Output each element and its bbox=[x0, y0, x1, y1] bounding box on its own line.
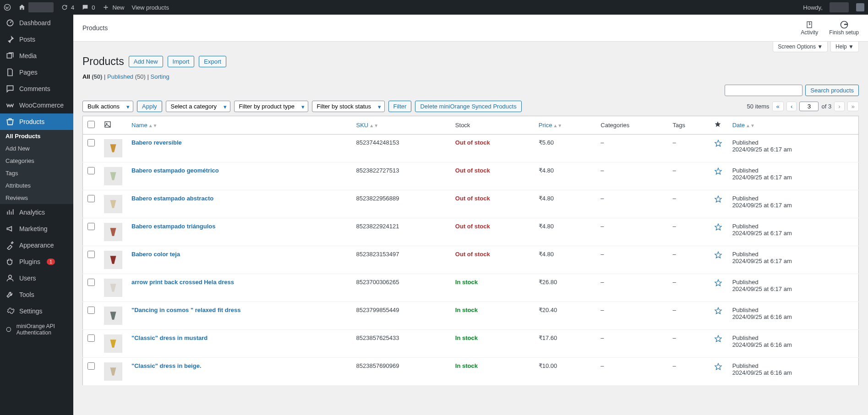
sidebar-item-media[interactable]: Media bbox=[0, 48, 73, 64]
product-name-link[interactable]: Babero reversible bbox=[131, 139, 182, 146]
row-checkbox[interactable] bbox=[87, 223, 95, 230]
row-checkbox[interactable] bbox=[87, 251, 95, 258]
product-thumbnail[interactable] bbox=[104, 223, 122, 241]
product-thumbnail[interactable] bbox=[104, 279, 122, 297]
row-checkbox[interactable] bbox=[87, 307, 95, 314]
product-name-link[interactable]: Babero color teja bbox=[131, 251, 180, 258]
featured-star-icon[interactable] bbox=[714, 251, 722, 259]
sidebar-item-marketing[interactable]: Marketing bbox=[0, 221, 73, 237]
search-input[interactable] bbox=[725, 85, 802, 96]
product-name-link[interactable]: "Dancing in cosmos " relaxed fit dress bbox=[131, 307, 240, 313]
export-button[interactable]: Export bbox=[199, 56, 226, 67]
product-name-link[interactable]: Babero estampado geométrico bbox=[131, 167, 219, 174]
product-name-link[interactable]: Babero estampado triángulos bbox=[131, 223, 215, 230]
cell-tags: – bbox=[668, 274, 710, 302]
category-select[interactable]: Select a category bbox=[166, 101, 230, 112]
product-thumbnail[interactable] bbox=[104, 334, 122, 353]
first-page-button[interactable]: « bbox=[772, 102, 784, 111]
product-type-select[interactable]: Filter by product type bbox=[234, 101, 308, 112]
filter-button[interactable]: Filter bbox=[388, 101, 412, 112]
filter-sorting[interactable]: Sorting bbox=[150, 73, 169, 80]
sidebar-item-analytics[interactable]: Analytics bbox=[0, 204, 73, 221]
sidebar-item-tools[interactable]: Tools bbox=[0, 286, 73, 303]
select-all-checkbox[interactable] bbox=[87, 121, 95, 128]
sidebar-item-pages[interactable]: Pages bbox=[0, 64, 73, 81]
howdy-link[interactable]: Howdy, bbox=[803, 2, 864, 12]
sidebar-item-plugins[interactable]: Plugins1 bbox=[0, 253, 73, 270]
updates-link[interactable]: 4 bbox=[61, 4, 74, 11]
product-thumbnail[interactable] bbox=[104, 167, 122, 185]
screen-options-tab[interactable]: Screen Options ▼ bbox=[773, 42, 828, 52]
sidebar-item-settings[interactable]: Settings bbox=[0, 303, 73, 319]
product-name-link[interactable]: "Classic" dress in mustard bbox=[131, 334, 207, 341]
sidebar-item-appearance[interactable]: Appearance bbox=[0, 237, 73, 253]
search-button[interactable]: Search products bbox=[805, 85, 859, 96]
main-content: Products Activity Finish setup Screen Op… bbox=[73, 15, 868, 415]
prev-page-button[interactable]: ‹ bbox=[786, 102, 797, 111]
table-row: "Classic" dress in mustard 8523857625433… bbox=[83, 330, 859, 358]
table-row: Babero color teja 8523823153497 Out of s… bbox=[83, 246, 859, 274]
sidebar-item-comments[interactable]: Comments bbox=[0, 81, 73, 97]
sidebar-item-miniorange[interactable]: miniOrange API Authentication bbox=[0, 319, 73, 340]
sidebar-item-woocommerce[interactable]: WooCommerce bbox=[0, 97, 73, 113]
import-button[interactable]: Import bbox=[168, 56, 195, 67]
featured-star-icon[interactable] bbox=[714, 195, 722, 203]
featured-star-icon[interactable] bbox=[714, 279, 722, 287]
delete-synced-button[interactable]: Delete miniOrange Synced Products bbox=[415, 101, 521, 112]
add-new-button[interactable]: Add New bbox=[129, 56, 163, 67]
row-checkbox[interactable] bbox=[87, 362, 95, 370]
product-name-link[interactable]: arrow print back crossed Hela dress bbox=[131, 279, 234, 286]
product-name-link[interactable]: Babero estampado abstracto bbox=[131, 195, 213, 202]
row-checkbox[interactable] bbox=[87, 139, 95, 146]
row-checkbox[interactable] bbox=[87, 334, 95, 342]
cell-tags: – bbox=[668, 358, 710, 386]
help-tab[interactable]: Help ▼ bbox=[830, 42, 859, 52]
featured-star-icon[interactable] bbox=[714, 139, 722, 147]
sidebar-sub-tags[interactable]: Tags bbox=[0, 167, 73, 179]
sort-price[interactable]: Price▲▼ bbox=[539, 122, 562, 129]
sidebar-sub-all-products[interactable]: All Products bbox=[0, 130, 73, 142]
row-checkbox[interactable] bbox=[87, 167, 95, 174]
sidebar-sub-categories[interactable]: Categories bbox=[0, 155, 73, 167]
featured-star-icon[interactable] bbox=[714, 167, 722, 175]
sidebar-item-posts[interactable]: Posts bbox=[0, 31, 73, 48]
sort-sku[interactable]: SKU▲▼ bbox=[356, 122, 379, 129]
sidebar-item-users[interactable]: Users bbox=[0, 270, 73, 286]
view-products-link[interactable]: View products bbox=[131, 4, 169, 11]
sidebar-item-products[interactable]: Products bbox=[0, 113, 73, 130]
filter-all[interactable]: All (50) bbox=[82, 73, 102, 80]
row-checkbox[interactable] bbox=[87, 195, 95, 202]
apply-button[interactable]: Apply bbox=[137, 101, 162, 112]
new-link[interactable]: New bbox=[102, 4, 124, 11]
site-home[interactable] bbox=[18, 2, 54, 12]
next-page-button[interactable]: › bbox=[834, 102, 844, 111]
comments-link[interactable]: 0 bbox=[82, 4, 95, 11]
finish-setup-button[interactable]: Finish setup bbox=[829, 20, 859, 36]
sidebar-sub-reviews[interactable]: Reviews bbox=[0, 192, 73, 204]
featured-star-icon[interactable] bbox=[714, 334, 722, 343]
product-thumbnail[interactable] bbox=[104, 195, 122, 213]
row-checkbox[interactable] bbox=[87, 279, 95, 286]
sort-date[interactable]: Date▲▼ bbox=[732, 122, 755, 129]
sort-icon: ▲▼ bbox=[148, 123, 158, 128]
featured-star-icon[interactable] bbox=[714, 362, 722, 371]
sidebar-sub-add-new[interactable]: Add New bbox=[0, 142, 73, 155]
sidebar-item-dashboard[interactable]: Dashboard bbox=[0, 15, 73, 31]
last-page-button[interactable]: » bbox=[847, 102, 859, 111]
refresh-icon bbox=[61, 4, 68, 11]
product-thumbnail[interactable] bbox=[104, 139, 122, 157]
wp-logo[interactable] bbox=[4, 4, 11, 11]
bulk-actions-select[interactable]: Bulk actions bbox=[82, 101, 133, 112]
sidebar-sub-attributes[interactable]: Attributes bbox=[0, 179, 73, 192]
sort-name[interactable]: Name▲▼ bbox=[131, 122, 157, 129]
product-thumbnail[interactable] bbox=[104, 307, 122, 325]
stock-status-select[interactable]: Filter by stock status bbox=[312, 101, 385, 112]
current-page-input[interactable] bbox=[799, 102, 819, 111]
activity-button[interactable]: Activity bbox=[801, 20, 818, 36]
featured-star-icon[interactable] bbox=[714, 307, 722, 315]
featured-star-icon[interactable] bbox=[714, 223, 722, 231]
product-name-link[interactable]: "Classic" dress in beige. bbox=[131, 362, 202, 369]
product-thumbnail[interactable] bbox=[104, 362, 122, 381]
filter-published[interactable]: Published (50) bbox=[107, 73, 146, 80]
product-thumbnail[interactable] bbox=[104, 251, 122, 269]
